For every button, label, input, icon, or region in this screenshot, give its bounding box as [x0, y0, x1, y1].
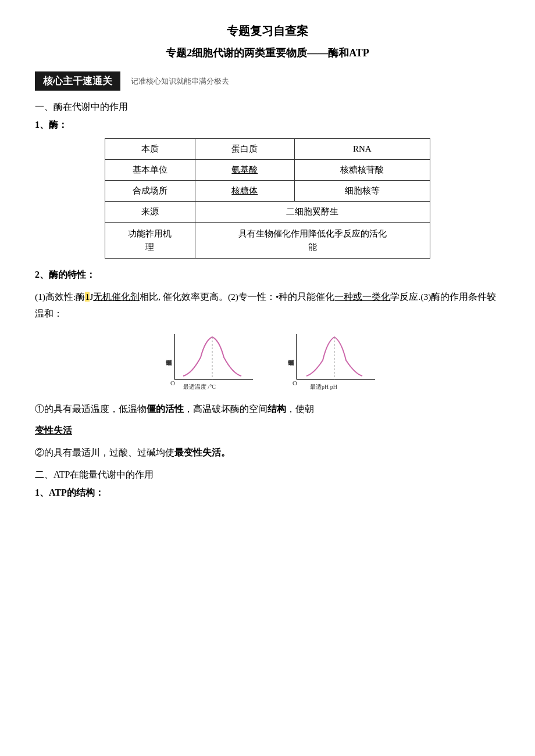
para3: 变性失活	[35, 422, 500, 439]
table-cell-label: 合成场所	[105, 181, 195, 202]
subsection3-title: 1、ATP的结构：	[35, 487, 500, 499]
ph-chart-svg: 酶促反应速率 O 最适pH pH	[276, 328, 381, 392]
table-row: 来源 二细胞翼酵生	[105, 202, 430, 223]
table-row: 基本单位 氨基酸 核糖核苷酸	[105, 160, 430, 181]
table-cell-rna: RNA	[294, 139, 430, 160]
para4: ②的具有最适川，过酸、过碱均使最变性失活。	[35, 444, 500, 461]
para4-bold: 最变性失活。	[174, 447, 230, 457]
para1-inorganic: 无机催化剂	[93, 292, 140, 302]
section1-title: 一、酶在代谢中的作用	[35, 101, 500, 113]
svg-text:酶促反应速率: 酶促反应速率	[288, 360, 294, 366]
para1-specificity: 一种或一类化	[334, 292, 390, 302]
enzyme-table: 本质 蛋白质 RNA 基本单位 氨基酸 核糖核苷酸 合成场所 核糖体 细胞核等 …	[105, 138, 430, 259]
section2-title: 二、ATP在能量代谢中的作用	[35, 469, 500, 481]
para2-prefix: ①的具有最适温度，低温物	[35, 404, 147, 414]
ribosome-text: 核糖体	[231, 186, 258, 195]
header-box-label: 核心主干速通关	[35, 71, 120, 91]
table-cell-label: 来源	[105, 202, 195, 223]
subsection2-title: 2、酶的特性：	[35, 269, 500, 281]
para2: ①的具有最适温度，低温物僵的活性，高温破坏酶的空间结构，使朝	[35, 400, 500, 417]
charts-area: 酶促反应速率 O 最适温度 /°C 酶促反应速率 O	[35, 328, 500, 392]
table-cell-rna: 核糖核苷酸	[294, 160, 430, 181]
subsection1-title: 1、酶：	[35, 119, 500, 131]
para3-denaturation: 变性失活	[35, 425, 72, 435]
para1-mid: 相比, 催化效率更高。(2)专一性：•种的只能催化	[140, 292, 334, 302]
subtitle: 专题2细胞代谢的两类重要物质——酶和ATP	[35, 46, 500, 60]
svg-text:O: O	[293, 379, 297, 386]
para2-after: ，高温破坏酶的空间	[184, 404, 268, 414]
svg-text:酶促反应速率: 酶促反应速率	[166, 360, 172, 366]
table-cell-label: 功能祚用机理	[105, 223, 195, 259]
table-cell-protein: 核糖体	[195, 181, 294, 202]
para1-highlight: 1	[85, 292, 90, 302]
para2-after2: ，使朝	[286, 404, 314, 414]
para2-bold2: 结构	[268, 404, 286, 414]
table-cell-rna: 细胞核等	[294, 181, 430, 202]
para4-prefix: ②的具有最适川，过酸、过碱均使	[35, 447, 174, 457]
page-title: 专题复习自查案	[35, 23, 500, 39]
section-header: 核心主干速通关 记准核心知识就能串满分极去	[35, 71, 500, 91]
para2-bold1: 僵的活性	[147, 404, 184, 414]
svg-text:最适pH  pH: 最适pH pH	[310, 384, 337, 390]
temp-chart-svg: 酶促反应速率 O 最适温度 /°C	[154, 328, 259, 392]
table-cell-source: 二细胞翼酵生	[195, 202, 430, 223]
table-cell-function: 具有生物催化作用降低化季反应的活化能	[195, 223, 430, 259]
para1: (1)高效性:酶1J无机催化剂相比, 催化效率更高。(2)专一性：•种的只能催化…	[35, 288, 500, 323]
header-note: 记准核心知识就能串满分极去	[131, 76, 229, 87]
table-cell-label: 本质	[105, 139, 195, 160]
temperature-chart: 酶促反应速率 O 最适温度 /°C	[154, 328, 259, 392]
table-row: 功能祚用机理 具有生物催化作用降低化季反应的活化能	[105, 223, 430, 259]
table-row: 合成场所 核糖体 细胞核等	[105, 181, 430, 202]
table-row: 本质 蛋白质 RNA	[105, 139, 430, 160]
ph-chart: 酶促反应速率 O 最适pH pH	[276, 328, 381, 392]
table-cell-protein: 氨基酸	[195, 160, 294, 181]
amino-acid-text: 氨基酸	[231, 165, 258, 174]
svg-text:最适温度  /°C: 最适温度 /°C	[183, 384, 216, 390]
svg-text:O: O	[170, 379, 175, 386]
table-cell-label: 基本单位	[105, 160, 195, 181]
para1-prefix: (1)高效性:酶	[35, 292, 85, 302]
table-cell-protein: 蛋白质	[195, 139, 294, 160]
